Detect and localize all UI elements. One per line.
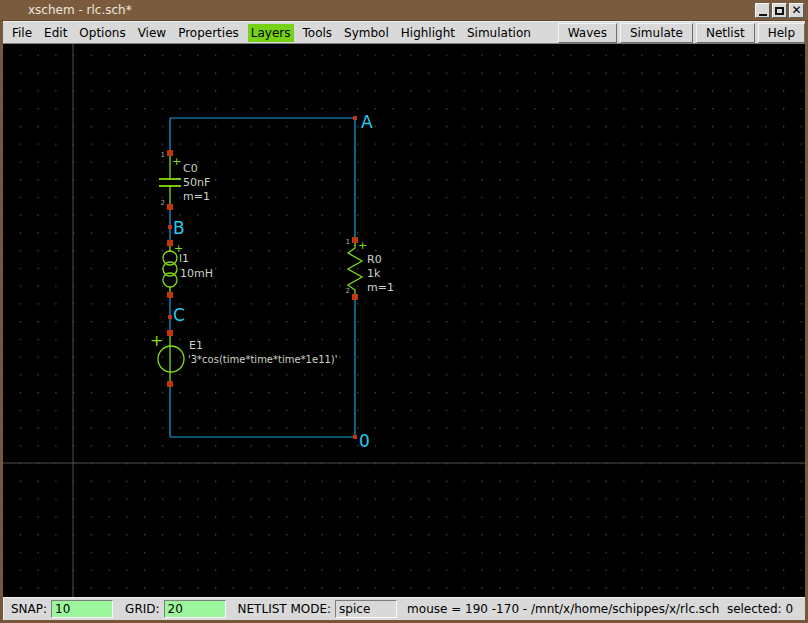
pin-square bbox=[167, 240, 173, 246]
xschem-window: xschem - rlc.sch* ✕ File Edit Options Vi… bbox=[0, 0, 808, 623]
menubar: File Edit Options View Properties Layers… bbox=[3, 21, 805, 44]
plus-mark: + bbox=[358, 239, 367, 252]
menu-edit[interactable]: Edit bbox=[41, 24, 70, 42]
component-mult: m=1 bbox=[183, 190, 210, 203]
pin-square bbox=[167, 330, 173, 336]
label-pin-mark bbox=[168, 225, 172, 229]
menu-simulation[interactable]: Simulation bbox=[464, 24, 534, 42]
pin-number: 2 bbox=[346, 287, 350, 295]
netlist-button[interactable]: Netlist bbox=[696, 23, 755, 43]
menu-tools[interactable]: Tools bbox=[300, 24, 336, 42]
titlebar[interactable]: xschem - rlc.sch* ✕ bbox=[0, 0, 808, 21]
netlist-mode-label: NETLIST MODE: bbox=[238, 602, 332, 616]
close-icon: ✕ bbox=[791, 5, 801, 16]
schematic-canvas[interactable]: 1 2 + C0 50nF m=1 + l1 10mH bbox=[3, 44, 805, 597]
net-label-B[interactable]: B bbox=[173, 218, 185, 238]
component-ref: l1 bbox=[179, 252, 189, 265]
menu-symbol[interactable]: Symbol bbox=[341, 24, 392, 42]
simulate-button[interactable]: Simulate bbox=[620, 23, 693, 43]
menu-options[interactable]: Options bbox=[76, 24, 128, 42]
component-mult: m=1 bbox=[367, 281, 394, 294]
component-value: 10mH bbox=[180, 267, 213, 280]
grid-label: GRID: bbox=[125, 602, 159, 616]
net-label-A[interactable]: A bbox=[361, 112, 373, 132]
menu-layers[interactable]: Layers bbox=[248, 24, 294, 42]
window-controls: ✕ bbox=[755, 3, 804, 18]
component-ref: R0 bbox=[367, 253, 382, 266]
label-pin-mark bbox=[353, 116, 357, 120]
mouse-status-text: mouse = 190 -170 - /mnt/x/home/schippes/… bbox=[407, 602, 793, 616]
grid-input[interactable] bbox=[164, 600, 226, 618]
menu-view[interactable]: View bbox=[135, 24, 169, 42]
component-value: 50nF bbox=[183, 176, 210, 189]
pin-square bbox=[167, 381, 173, 387]
grid-dots bbox=[3, 44, 805, 597]
menu-file[interactable]: File bbox=[9, 24, 35, 42]
component-ref: E1 bbox=[189, 339, 203, 352]
pin-number: 2 bbox=[161, 199, 165, 207]
statusbar: SNAP: GRID: NETLIST MODE: mouse = 190 -1… bbox=[3, 597, 805, 620]
component-ref: C0 bbox=[183, 162, 198, 175]
window-title: xschem - rlc.sch* bbox=[0, 3, 132, 17]
pin-square bbox=[352, 294, 358, 300]
snap-label: SNAP: bbox=[11, 602, 47, 616]
component-value: '3*cos(time*time*time*1e11)' bbox=[188, 354, 338, 365]
net-label-0[interactable]: 0 bbox=[359, 431, 370, 451]
netlist-mode-input[interactable] bbox=[335, 600, 397, 618]
pin-number: 1 bbox=[161, 151, 165, 159]
plus-mark: + bbox=[150, 331, 163, 350]
component-value: 1k bbox=[367, 267, 381, 280]
help-button[interactable]: Help bbox=[758, 23, 805, 43]
pin-square bbox=[167, 204, 173, 210]
net-label-C[interactable]: C bbox=[173, 305, 185, 325]
maximize-button[interactable] bbox=[772, 3, 787, 18]
minimize-button[interactable] bbox=[755, 3, 770, 18]
pin-square bbox=[167, 292, 173, 298]
plus-mark: + bbox=[172, 155, 181, 168]
menu-highlight[interactable]: Highlight bbox=[398, 24, 458, 42]
waves-button[interactable]: Waves bbox=[558, 23, 617, 43]
pin-number: 1 bbox=[346, 238, 350, 246]
menu-properties[interactable]: Properties bbox=[175, 24, 242, 42]
maximize-icon bbox=[775, 7, 784, 15]
snap-input[interactable] bbox=[51, 600, 113, 618]
close-button[interactable]: ✕ bbox=[789, 3, 804, 18]
label-pin-mark bbox=[168, 315, 172, 319]
label-pin-mark bbox=[353, 435, 357, 439]
minimize-icon bbox=[759, 14, 767, 16]
